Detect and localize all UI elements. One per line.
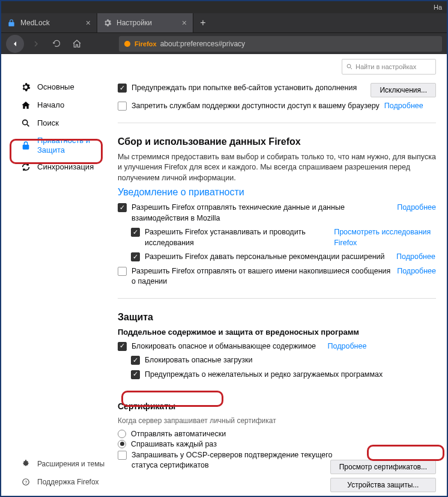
checkbox-label: Разрешить Firefox отправлять от вашего и… [132,266,392,287]
section-title-data: Сбор и использование данных Firefox [118,136,436,147]
checkbox-recommendations[interactable]: ✓ [131,252,140,261]
help-icon: ? [20,477,31,487]
window-titlebar: На [1,1,447,13]
checkbox-crash-reports[interactable] [118,267,127,276]
sidebar-item-addons[interactable]: Расширения и темы [1,455,115,473]
checkbox-label: Запретить службам поддержки доступности … [132,101,380,112]
sidebar-item-label: Поиск [37,118,59,128]
search-placeholder: Найти в настройках [356,63,416,70]
checkbox-ocsp[interactable] [118,451,127,460]
sidebar-item-sync[interactable]: Синхронизация [1,158,115,176]
checkbox-label: Разрешить Firefox давать персональные ре… [145,252,385,263]
sync-icon [20,162,31,172]
url-bar[interactable]: Firefox about:preferences#privacy [119,36,442,52]
tab-label: Настройки [117,19,152,27]
home-icon [20,100,31,111]
sidebar-item-search[interactable]: Поиск [1,114,115,132]
home-button[interactable] [68,35,85,52]
radio-label: Отправлять автоматически [131,430,226,438]
sidebar-item-label: Начало [37,100,64,110]
sidebar-item-label: Синхронизация [37,162,94,172]
learn-more-link[interactable]: Подробнее [328,341,367,352]
checkbox-label: Разрешить Firefox устанавливать и провод… [145,227,322,248]
close-icon[interactable]: × [86,18,91,28]
lock-icon [20,140,31,151]
search-input[interactable]: Найти в настройках [342,59,436,75]
learn-more-link[interactable]: Подробнее [397,203,436,213]
tab-bar: MedLock × Настройки × + [1,13,447,32]
view-studies-link[interactable]: Просмотреть исследования Firefox [334,227,436,248]
puzzle-icon [20,459,31,469]
privacy-notice-link[interactable]: Уведомление о приватности [118,187,244,197]
learn-more-link[interactable]: Подробнее [397,266,436,277]
checkbox-label: Блокировать опасное и обманывающее содер… [132,341,316,352]
sidebar-item-label: Приватность и Защита [37,136,106,154]
tab-label: MedLock [20,19,50,27]
gear-icon [103,19,112,27]
checkbox-block-deceptive[interactable]: ✓ [118,342,127,351]
url-brand: Firefox [135,40,157,47]
gear-icon [20,82,31,93]
radio-auto[interactable] [118,430,126,438]
divider [118,123,436,123]
checkbox-label: Предупреждать о нежелательных и редко за… [145,370,383,380]
checkbox-label: Запрашивать у OCSP-серверов подтверждени… [132,450,336,471]
checkbox-warn-unwanted[interactable]: ✓ [131,370,140,379]
checkbox-telemetry[interactable]: ✓ [118,203,127,212]
checkbox-warn-addon[interactable]: ✓ [118,84,127,93]
sidebar-item-support[interactable]: ? Поддержка Firefox [1,473,115,491]
sidebar-item-label: Расширения и темы [37,460,104,468]
radio-label: Спрашивать каждый раз [131,440,217,448]
checkbox-label: Предупреждать при попытке веб-сайтов уст… [132,83,357,94]
checkbox-studies[interactable]: ✓ [131,228,140,237]
security-devices-button[interactable]: Устройства защиты... [330,478,436,492]
checkbox-label: Разрешить Firefox отправлять технические… [132,203,386,224]
lock-icon [7,19,16,27]
svg-text:?: ? [25,480,27,485]
section-desc: Мы стремимся предоставить вам выбор и со… [118,152,436,184]
checkbox-label: Блокировать опасные загрузки [145,355,252,366]
certs-desc: Когда сервер запрашивает личный сертифик… [118,416,436,426]
sidebar-item-privacy[interactable]: Приватность и Защита [1,132,115,158]
new-tab-button[interactable]: + [193,13,213,32]
svg-point-1 [23,120,28,125]
main-content: Найти в настройках ✓ Предупреждать при п… [115,54,447,496]
learn-more-link[interactable]: Подробнее [384,101,423,112]
sidebar-item-label: Поддержка Firefox [37,478,99,486]
back-button[interactable] [6,35,24,53]
learn-more-link[interactable]: Подробнее [396,252,435,263]
window-title-fragment: На [434,4,442,11]
url-text: about:preferences#privacy [160,40,245,48]
close-icon[interactable]: × [182,18,187,28]
search-icon [20,118,31,129]
divider [118,298,436,299]
subsection-deceptive: Поддельное содержимое и защита от вредон… [118,328,436,337]
sidebar-item-home[interactable]: Начало [1,96,115,114]
svg-point-4 [347,64,351,68]
checkbox-block-a11y[interactable] [118,102,127,111]
forward-button[interactable] [28,35,44,52]
search-icon [346,63,353,70]
section-title-security: Защита [118,312,436,323]
checkbox-block-downloads[interactable]: ✓ [131,356,140,365]
svg-point-0 [124,41,130,47]
sidebar-item-general[interactable]: Основные [1,78,115,96]
firefox-icon [124,40,131,47]
radio-ask[interactable] [118,440,126,448]
reload-button[interactable] [48,35,65,52]
view-certs-button[interactable]: Просмотр сертификатов... [330,460,436,474]
sidebar-item-label: Основные [37,82,74,92]
nav-toolbar: Firefox about:preferences#privacy [1,32,447,54]
tab-medlock[interactable]: MedLock × [1,13,97,32]
tab-settings[interactable]: Настройки × [97,13,193,32]
sidebar: Основные Начало Поиск Приватность и Защи… [1,54,115,496]
subsection-certs: Сертификаты [118,401,436,411]
exceptions-button[interactable]: Исключения... [371,83,436,97]
